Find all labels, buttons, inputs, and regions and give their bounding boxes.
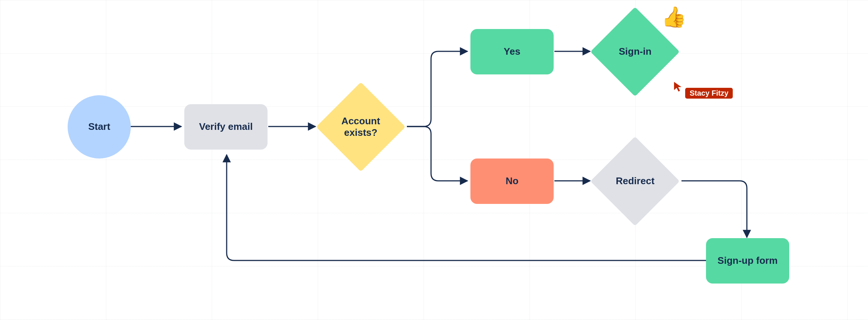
node-verify-email[interactable]: Verify email (184, 104, 268, 150)
flowchart-canvas[interactable]: { "nodes": { "start": {"label":"Start"},… (0, 0, 868, 320)
node-redirect-label: Redirect (603, 175, 667, 187)
thumbs-up-icon: 👍 (661, 5, 686, 29)
node-yes-label: Yes (504, 46, 521, 57)
node-verify-email-label: Verify email (199, 121, 253, 132)
node-signup-form[interactable]: Sign-up form (706, 238, 789, 284)
collaborator-cursor: Stacy Fitzy (673, 81, 733, 99)
node-redirect[interactable]: Redirect (590, 137, 680, 226)
cursor-pointer-icon (673, 81, 683, 92)
node-start-label: Start (88, 121, 110, 132)
node-no[interactable]: No (470, 159, 554, 204)
node-start[interactable]: Start (68, 95, 131, 159)
node-no-label: No (506, 175, 519, 187)
collaborator-name-badge: Stacy Fitzy (685, 88, 733, 99)
node-yes[interactable]: Yes (470, 29, 554, 74)
node-signin-label: Sign-in (603, 46, 667, 57)
node-signin[interactable]: Sign-in (590, 7, 680, 96)
node-account-exists-label: Account exists? (329, 115, 392, 138)
node-signup-form-label: Sign-up form (718, 255, 778, 266)
node-account-exists[interactable]: Account exists? (316, 82, 405, 172)
